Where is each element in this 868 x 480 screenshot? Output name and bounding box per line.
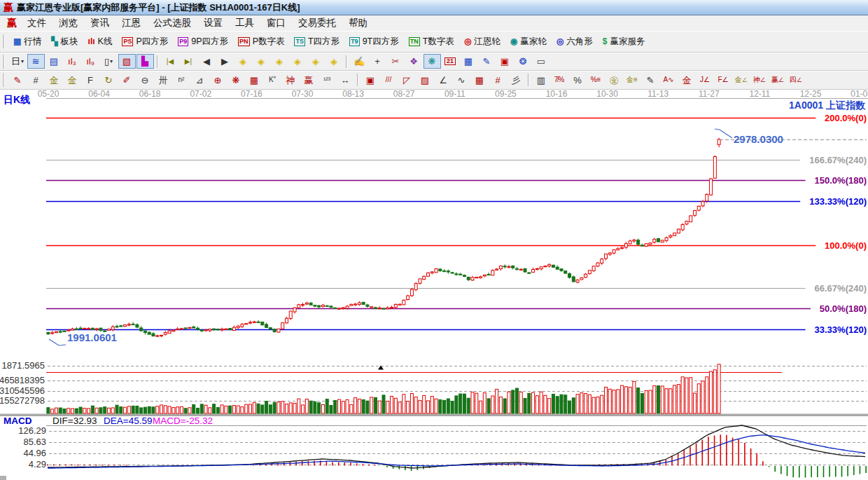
quotes-button[interactable]: ▦行情: [8, 33, 46, 50]
analysis-tool[interactable]: ❋: [424, 54, 441, 69]
wide-grid-tool[interactable]: 卅: [155, 73, 172, 88]
fan-lines-tool[interactable]: ///: [380, 73, 398, 88]
info-card-tool[interactable]: ▤: [46, 54, 63, 69]
hexagon-button[interactable]: ◎六角形: [552, 33, 598, 50]
pen-level-tool[interactable]: ✎: [642, 73, 659, 88]
menu-item-8[interactable]: 交易委托: [292, 16, 342, 30]
ying-angle-tool[interactable]: 赢∠: [769, 73, 787, 88]
wave-rays-tool[interactable]: ∿: [453, 73, 470, 88]
gann-diamond-3[interactable]: ◈: [271, 54, 288, 69]
gann-diamond-1[interactable]: ◈: [234, 54, 252, 69]
spider-web-tool[interactable]: ❋: [227, 73, 245, 88]
calculator-button[interactable]: ▦: [460, 54, 477, 69]
page-left-button[interactable]: ◀: [198, 54, 216, 69]
jump-last-button[interactable]: ▶|: [180, 54, 197, 69]
candle-style-selector[interactable]: ▯▾: [100, 54, 118, 69]
notepad-button[interactable]: ✎: [478, 54, 496, 69]
kline-chart[interactable]: 05-2006-0406-1807-0207-1607-3008-1308-27…: [0, 90, 868, 480]
save-button[interactable]: ▣: [496, 54, 514, 69]
spiral-tool[interactable]: ↻: [100, 73, 118, 88]
macd-indicator-label: MACD: [4, 416, 32, 426]
jump-last-button-icon: ▶|: [185, 58, 192, 65]
circle-sector-tool[interactable]: ⊖: [136, 73, 154, 88]
grid-tool[interactable]: #: [27, 73, 45, 88]
gann-diamond-6[interactable]: ◈: [326, 54, 343, 69]
mirror-angle-tool[interactable]: ⊿: [191, 73, 209, 88]
shen-angle-tool[interactable]: 神∠: [751, 73, 769, 88]
page-right-button[interactable]: ▶: [216, 54, 234, 69]
trend-wave-tool[interactable]: ≋: [27, 54, 45, 69]
profile-chart-tool[interactable]: ▙: [136, 54, 154, 69]
gold-grid-a-tool[interactable]: 金: [46, 73, 63, 88]
hand-tool[interactable]: ✍: [351, 54, 368, 69]
gann-box-tool[interactable]: ▣: [362, 73, 379, 88]
kline-9-tool[interactable]: ıl₉: [82, 54, 99, 69]
number-grid-tool[interactable]: ¹²³: [318, 73, 336, 88]
percent-retrace-tool[interactable]: 7̸%: [551, 73, 568, 88]
flag-tool[interactable]: ❖: [405, 54, 423, 69]
percent-tool[interactable]: %: [569, 73, 587, 88]
crosshair-circle-tool[interactable]: ⊕: [209, 73, 227, 88]
p-square-button[interactable]: PSP四方形: [117, 33, 173, 50]
gann-wheel-button[interactable]: ◎江恩轮: [459, 33, 505, 50]
wave-band-tool[interactable]: A∿: [660, 73, 678, 88]
jump-first-button[interactable]: |◀: [162, 54, 179, 69]
fib-grid-tool[interactable]: F: [82, 73, 99, 88]
9t-square-button-label: 9T四方形: [363, 36, 399, 48]
gold-angle-tool[interactable]: 金∠: [733, 73, 750, 88]
menu-item-5[interactable]: 设置: [197, 16, 229, 30]
print-export-button[interactable]: ▭: [533, 54, 550, 69]
menu-item-2[interactable]: 资讯: [84, 16, 115, 30]
web-share-button[interactable]: ❂: [514, 54, 532, 69]
kline-button[interactable]: ılıK线: [83, 33, 118, 50]
angle-rays-tool[interactable]: ∠: [435, 73, 452, 88]
ray-box-tool[interactable]: ▨: [416, 73, 434, 88]
scale-ruler-tool[interactable]: ▥: [533, 73, 550, 88]
gold-grid-b-tool[interactable]: 金: [64, 73, 81, 88]
winner-wheel-button[interactable]: ◉赢家轮: [505, 33, 552, 50]
gann-level-label: 66.67%(240): [815, 283, 867, 294]
width-arrows-tool[interactable]: ↔: [337, 73, 354, 88]
n-squared-tool[interactable]: n²: [173, 73, 190, 88]
gann-diamond-2[interactable]: ◈: [253, 54, 270, 69]
shen-grid-tool[interactable]: 神: [282, 73, 300, 88]
j-angle-tool[interactable]: J∠: [696, 73, 714, 88]
percent-levels-tool[interactable]: %≡: [587, 73, 605, 88]
kline-3-tool[interactable]: ıl₃: [64, 54, 81, 69]
parallel-rays-tool[interactable]: 彡: [507, 73, 525, 88]
period-selector[interactable]: 日▾: [9, 54, 27, 69]
t-number-table-button[interactable]: TNT数字表: [404, 33, 459, 50]
menu-item-6[interactable]: 工具: [229, 16, 260, 30]
f-angle-tool[interactable]: F∠: [715, 73, 732, 88]
brush-angle-tool[interactable]: ✐: [118, 73, 136, 88]
k-double-tool[interactable]: K″: [264, 73, 281, 88]
menu-item-3[interactable]: 江恩: [115, 16, 147, 30]
pattern-overlay-tool[interactable]: ▧: [118, 54, 136, 69]
gann-diamond-5[interactable]: ◈: [307, 54, 325, 69]
menu-item-9[interactable]: 帮助: [342, 16, 374, 30]
t-square-button[interactable]: TST四方形: [289, 33, 344, 50]
gann-diamond-4[interactable]: ◈: [289, 54, 307, 69]
p-number-table-button[interactable]: PNP数字表: [233, 33, 289, 50]
ying-grid-tool[interactable]: 赢: [300, 73, 318, 88]
time-grid-tool[interactable]: #: [489, 73, 507, 88]
9t-square-button[interactable]: T99T四方形: [344, 33, 404, 50]
menu-item-7[interactable]: 窗口: [260, 16, 292, 30]
9p-square-button[interactable]: P99P四方形: [173, 33, 233, 50]
web-grid-tool[interactable]: ▦: [246, 73, 263, 88]
menu-item-4[interactable]: 公式选股: [147, 16, 197, 30]
winner-service-button[interactable]: $赢家服务: [598, 33, 650, 50]
gold-levels-tool[interactable]: 金≡: [624, 73, 641, 88]
menu-item-1[interactable]: 浏览: [52, 16, 84, 30]
calendar-button[interactable]: 21: [442, 54, 459, 69]
snip-tool[interactable]: ✂: [387, 54, 405, 69]
gold-underline-tool[interactable]: 金: [678, 73, 696, 88]
sectors-button[interactable]: ▚板块: [46, 33, 83, 50]
si-angle-tool[interactable]: 四∠: [788, 73, 805, 88]
gold-circle-tool[interactable]: ㊎: [606, 73, 623, 88]
crosshair-tool[interactable]: +: [369, 54, 386, 69]
price-grid-tool[interactable]: ▦: [471, 73, 489, 88]
brush-tool[interactable]: ✎: [9, 73, 27, 88]
menu-item-0[interactable]: 文件: [21, 16, 52, 30]
fan-box-tool[interactable]: ◸: [398, 73, 416, 88]
